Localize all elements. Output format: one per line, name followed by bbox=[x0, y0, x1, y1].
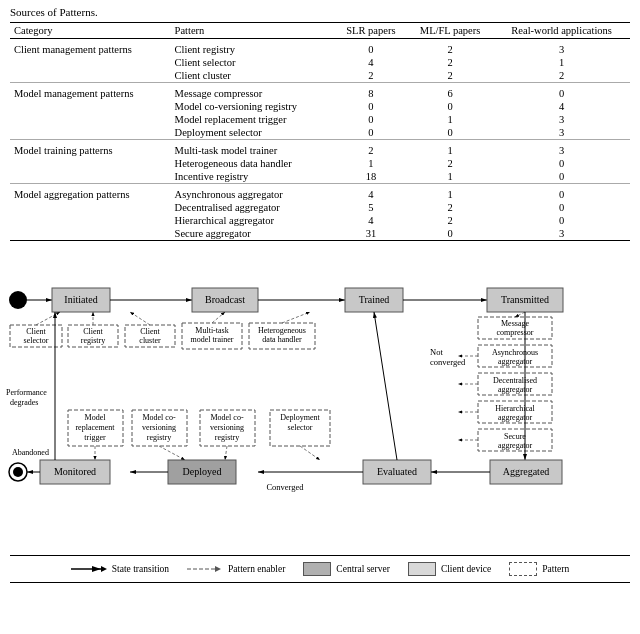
svg-text:Deployment: Deployment bbox=[280, 413, 320, 422]
trained-label: Trained bbox=[359, 294, 390, 305]
legend-pattern-enabler: Pattern enabler bbox=[187, 563, 285, 575]
table-row: Model training patterns Multi-task model… bbox=[10, 140, 630, 158]
converged-label: Converged bbox=[266, 482, 304, 492]
pattern-cell: Model replacement trigger bbox=[171, 113, 335, 126]
patterns-table: Category Pattern SLR papers ML/FL papers… bbox=[10, 22, 630, 241]
diagram-svg: Initiated Broadcast Trained Transmitted … bbox=[0, 245, 640, 555]
svg-text:replacement: replacement bbox=[75, 423, 115, 432]
monitored-label: Monitored bbox=[54, 466, 96, 477]
svg-text:aggregator: aggregator bbox=[498, 385, 533, 394]
svg-text:Secure: Secure bbox=[504, 432, 526, 441]
pattern-cell: Deployment selector bbox=[171, 126, 335, 140]
svg-text:selector: selector bbox=[288, 423, 313, 432]
category-cell: Model management patterns bbox=[10, 83, 171, 140]
col-header-mlfl: ML/FL papers bbox=[407, 23, 493, 39]
col-header-category: Category bbox=[10, 23, 171, 39]
performance-degrades-label2: degrades bbox=[10, 398, 38, 407]
svg-text:registry: registry bbox=[147, 433, 171, 442]
table-section: Sources of Patterns. Category Pattern SL… bbox=[0, 0, 640, 245]
svg-text:trigger: trigger bbox=[84, 433, 106, 442]
aggregated-label: Aggregated bbox=[503, 466, 550, 477]
svg-text:Multi-task: Multi-task bbox=[195, 326, 228, 335]
legend-pattern-label: Pattern bbox=[542, 564, 569, 574]
pattern-cell: Client cluster bbox=[171, 69, 335, 83]
svg-text:registry: registry bbox=[215, 433, 239, 442]
not-converged-label2: converged bbox=[430, 357, 466, 367]
svg-text:Client: Client bbox=[83, 327, 103, 336]
rw-cell: 3 bbox=[493, 39, 630, 57]
pattern-enabler-arrow-icon bbox=[187, 563, 223, 575]
pattern-cell: Model co-versioning registry bbox=[171, 100, 335, 113]
pattern-cell: Message compressor bbox=[171, 83, 335, 101]
legend-central-server: Central server bbox=[303, 562, 390, 576]
category-cell: Model aggregation patterns bbox=[10, 184, 171, 241]
col-header-realworld: Real-world applications bbox=[493, 23, 630, 39]
evaluated-label: Evaluated bbox=[377, 466, 417, 477]
performance-degrades-label: Performance bbox=[6, 388, 47, 397]
slr-cell: 0 bbox=[335, 39, 407, 57]
pattern-cell: Asynchronous aggregator bbox=[171, 184, 335, 202]
arrow-deployment-enable bbox=[300, 446, 320, 460]
svg-text:versioning: versioning bbox=[210, 423, 244, 432]
arrow-client-selector-enable bbox=[36, 312, 60, 325]
svg-text:data handler: data handler bbox=[262, 335, 302, 344]
arrow-not-converged bbox=[374, 312, 397, 460]
col-header-slr: SLR papers bbox=[335, 23, 407, 39]
legend-pattern-enabler-label: Pattern enabler bbox=[228, 564, 285, 574]
mlfl-cell: 2 bbox=[407, 39, 493, 57]
initiated-label: Initiated bbox=[64, 294, 97, 305]
pattern-cell: Multi-task model trainer bbox=[171, 140, 335, 158]
svg-text:Client: Client bbox=[140, 327, 160, 336]
table-row: Model aggregation patterns Asynchronous … bbox=[10, 184, 630, 202]
category-cell: Model training patterns bbox=[10, 140, 171, 184]
arrow-transmitted-msgcomp bbox=[515, 312, 525, 317]
arrow-client-cluster-enable bbox=[130, 312, 150, 325]
legend-client-device: Client device bbox=[408, 562, 491, 576]
svg-text:aggregator: aggregator bbox=[498, 441, 533, 450]
svg-text:Asynchronous: Asynchronous bbox=[492, 348, 538, 357]
svg-marker-37 bbox=[215, 566, 221, 572]
table-title: Sources of Patterns. bbox=[10, 6, 630, 18]
legend-central-server-label: Central server bbox=[336, 564, 390, 574]
svg-text:selector: selector bbox=[24, 336, 49, 345]
arrow-multitask-enable bbox=[212, 312, 225, 323]
svg-marker-35 bbox=[101, 566, 107, 572]
svg-text:model trainer: model trainer bbox=[191, 335, 234, 344]
pattern-cell: Client registry bbox=[171, 39, 335, 57]
legend-section: State transition Pattern enabler Central… bbox=[10, 555, 630, 583]
svg-text:aggregator: aggregator bbox=[498, 413, 533, 422]
start-circle bbox=[9, 291, 27, 309]
svg-text:Model co-: Model co- bbox=[142, 413, 175, 422]
svg-text:Heterogeneous: Heterogeneous bbox=[258, 326, 306, 335]
table-row: Client management patterns Client regist… bbox=[10, 39, 630, 57]
svg-text:Model: Model bbox=[85, 413, 107, 422]
pattern-cell: Decentralised aggregator bbox=[171, 201, 335, 214]
svg-text:aggregator: aggregator bbox=[498, 357, 533, 366]
arrow-hetero-enable bbox=[282, 312, 310, 323]
pattern-cell: Heterogeneous data handler bbox=[171, 157, 335, 170]
pattern-cell: Client selector bbox=[171, 56, 335, 69]
diagram-section: Initiated Broadcast Trained Transmitted … bbox=[0, 245, 640, 555]
category-cell: Client management patterns bbox=[10, 39, 171, 83]
end-circle-inner bbox=[13, 467, 23, 477]
svg-text:Model co-: Model co- bbox=[210, 413, 243, 422]
svg-text:Decentralised: Decentralised bbox=[493, 376, 537, 385]
arrow-coversioning2-enable bbox=[225, 446, 227, 460]
legend-pattern: Pattern bbox=[509, 562, 569, 576]
table-row: Model management patterns Message compre… bbox=[10, 83, 630, 101]
central-server-box bbox=[303, 562, 331, 576]
svg-text:compressor: compressor bbox=[497, 328, 534, 337]
client-device-box bbox=[408, 562, 436, 576]
deployed-label: Deployed bbox=[183, 466, 222, 477]
abandoned-label: Abandoned bbox=[12, 448, 49, 457]
pattern-cell: Incentive registry bbox=[171, 170, 335, 184]
pattern-cell: Hierarchical aggregator bbox=[171, 214, 335, 227]
not-converged-label: Not bbox=[430, 347, 443, 357]
legend-client-device-label: Client device bbox=[441, 564, 491, 574]
transmitted-label: Transmitted bbox=[501, 294, 549, 305]
col-header-pattern: Pattern bbox=[171, 23, 335, 39]
state-transition-arrow-icon bbox=[71, 563, 107, 575]
pattern-box bbox=[509, 562, 537, 576]
pattern-cell: Secure aggregator bbox=[171, 227, 335, 241]
svg-text:Hierarchical: Hierarchical bbox=[495, 404, 535, 413]
